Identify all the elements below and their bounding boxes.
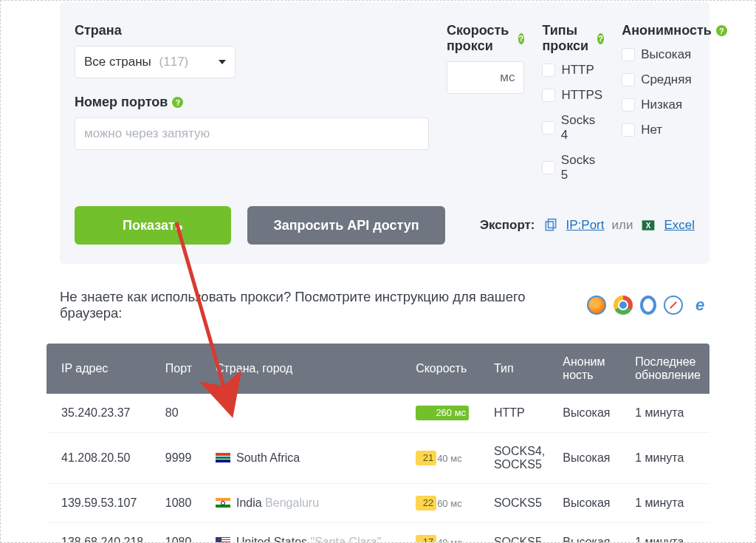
- cell-anon: Высокая: [554, 484, 626, 523]
- type-socks4[interactable]: Socks 4: [542, 113, 604, 143]
- table-row: 138.68.240.2181080United States "Santa C…: [47, 523, 709, 544]
- ports-input-wrap: [75, 117, 429, 150]
- th-country: Страна, город: [207, 344, 407, 394]
- show-button[interactable]: Показать: [75, 206, 231, 245]
- filter-panel: Страна Все страны (117) Номер портов ?: [60, 2, 709, 264]
- cell-type: SOCKS4, SOCKS5: [485, 433, 554, 484]
- cell-anon: Высокая: [554, 433, 626, 484]
- proxy-table: IP адрес Порт Страна, город Скорость Тип…: [47, 344, 709, 543]
- chevron-down-icon: [219, 60, 226, 64]
- chrome-icon[interactable]: [614, 296, 633, 315]
- checkbox[interactable]: [622, 123, 635, 137]
- cell-updated: 1 минута: [626, 523, 709, 544]
- checkbox[interactable]: [542, 89, 555, 102]
- speed-bar: 17: [416, 535, 436, 543]
- export-excel-link[interactable]: Excel: [664, 218, 695, 233]
- anon-medium[interactable]: Средняя: [622, 72, 727, 87]
- svg-rect-1: [548, 219, 555, 228]
- help-text: Не знаете как использовать прокси? Посмо…: [60, 289, 577, 321]
- checkbox[interactable]: [622, 73, 635, 86]
- cell-port: 80: [157, 394, 207, 433]
- speed-rest: 40 мс: [437, 537, 462, 544]
- cell-anon: Высокая: [554, 523, 626, 544]
- speed-label: Скорость прокси ?: [447, 23, 524, 54]
- export-ipport-link[interactable]: IP:Port: [566, 218, 605, 233]
- type-https[interactable]: HTTPS: [542, 88, 604, 103]
- speed-input-wrap: мс: [447, 61, 524, 94]
- cell-speed: 2140 мс: [407, 433, 485, 484]
- flag-icon: [216, 453, 230, 462]
- th-port: Порт: [157, 344, 207, 394]
- cell-speed: 2260 мс: [407, 484, 485, 523]
- flag-icon: [216, 537, 230, 543]
- checkbox[interactable]: [542, 161, 554, 174]
- th-type: Тип: [485, 344, 554, 394]
- help-icon[interactable]: ?: [518, 33, 525, 44]
- ports-label: Номер портов ?: [75, 95, 429, 110]
- th-updated: Последнее обновление: [626, 344, 709, 394]
- ie-icon[interactable]: e: [690, 296, 709, 315]
- anon-high[interactable]: Высокая: [622, 47, 727, 62]
- cell-speed: 260 мс: [407, 394, 485, 433]
- cell-ip: 41.208.20.50: [47, 433, 157, 484]
- anon-none[interactable]: Нет: [622, 123, 727, 137]
- svg-text:X: X: [646, 222, 651, 230]
- table-row: 41.208.20.509999South Africa2140 мсSOCKS…: [47, 433, 709, 484]
- cell-ip: 139.59.53.107: [47, 484, 157, 523]
- speed-rest: 60 мс: [437, 498, 462, 509]
- help-icon[interactable]: ?: [597, 33, 604, 44]
- speed-bar: 21: [416, 451, 436, 465]
- type-socks5[interactable]: Socks 5: [542, 153, 604, 182]
- cell-country: United States "Santa Clara": [207, 523, 407, 544]
- cell-port: 9999: [157, 433, 207, 484]
- cell-anon: Высокая: [554, 394, 626, 433]
- anon-low[interactable]: Низкая: [622, 98, 727, 112]
- help-row: Не знаете как использовать прокси? Посмо…: [60, 289, 709, 321]
- cell-port: 1080: [157, 523, 207, 544]
- checkbox[interactable]: [542, 121, 554, 134]
- export-label: Экспорт:: [480, 218, 535, 233]
- export-block: Экспорт: IP:Port или X Excel: [480, 218, 695, 233]
- city: Bengaluru: [265, 496, 319, 509]
- excel-icon: X: [640, 218, 656, 233]
- speed-bar: 260 мс: [416, 406, 469, 420]
- cell-speed: 1740 мс: [407, 523, 485, 544]
- checkbox[interactable]: [622, 98, 635, 112]
- th-speed: Скорость: [407, 344, 485, 394]
- cell-country: South Africa: [207, 433, 407, 484]
- country-select[interactable]: Все страны (117): [75, 46, 236, 78]
- request-api-button[interactable]: Запросить API доступ: [247, 206, 445, 245]
- checkbox[interactable]: [622, 48, 635, 61]
- anon-label: Анонимность ?: [622, 23, 727, 38]
- cell-updated: 1 минута: [626, 394, 709, 433]
- firefox-icon[interactable]: [587, 296, 606, 315]
- types-label: Типы прокси ?: [542, 23, 604, 54]
- cell-type: HTTP: [485, 394, 554, 433]
- th-ip: IP адрес: [47, 344, 157, 394]
- safari-icon[interactable]: [664, 296, 683, 315]
- th-anon: Аноним ность: [554, 344, 626, 394]
- type-http[interactable]: HTTP: [542, 63, 604, 78]
- cell-updated: 1 минута: [626, 484, 709, 523]
- country-label: Страна: [75, 23, 236, 38]
- speed-bar: 22: [416, 496, 436, 510]
- speed-suffix: мс: [500, 70, 515, 85]
- help-icon[interactable]: ?: [716, 25, 727, 36]
- cell-country: [207, 394, 407, 433]
- checkbox[interactable]: [542, 64, 555, 77]
- cell-port: 1080: [157, 484, 207, 523]
- export-or: или: [612, 218, 633, 233]
- opera-icon[interactable]: [640, 296, 656, 315]
- cell-ip: 138.68.240.218: [47, 523, 157, 544]
- anon-list: Высокая Средняя Низкая Нет: [622, 47, 727, 137]
- svg-rect-0: [546, 222, 553, 230]
- ports-input[interactable]: [84, 118, 419, 149]
- cell-ip: 35.240.23.37: [47, 394, 157, 433]
- cell-type: SOCKS5: [485, 484, 554, 523]
- help-icon[interactable]: ?: [172, 97, 183, 108]
- speed-input[interactable]: [456, 62, 500, 93]
- table-row: 139.59.53.1071080India Bengaluru2260 мсS…: [47, 484, 709, 523]
- city: "Santa Clara": [310, 536, 381, 543]
- browser-icons: e: [587, 296, 709, 315]
- cell-type: SOCKS5: [485, 523, 554, 544]
